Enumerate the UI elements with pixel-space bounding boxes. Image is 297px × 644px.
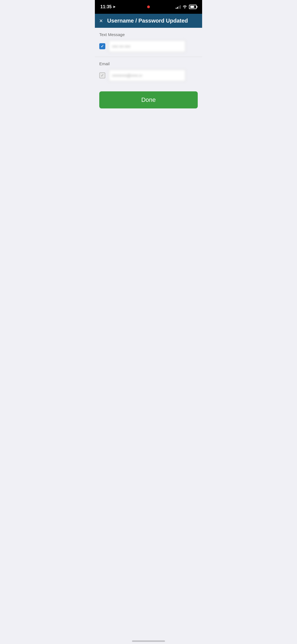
email-checkbox[interactable] [99, 72, 105, 78]
text-message-checkbox-wrapper[interactable] [99, 43, 105, 49]
close-button[interactable]: × [99, 18, 103, 24]
main-content: Text Message Email Done [95, 28, 202, 114]
email-section: Email [95, 57, 202, 86]
battery-icon: 34 [189, 5, 197, 9]
text-message-input[interactable] [109, 40, 186, 52]
status-bar: 11:35 ➤ 34 [95, 0, 202, 14]
signal-bars-icon [176, 5, 181, 9]
text-message-section: Text Message [95, 28, 202, 57]
email-label: Email [95, 57, 202, 68]
location-icon: ➤ [113, 5, 116, 9]
text-message-checkbox[interactable] [99, 43, 105, 49]
status-time: 11:35 ➤ [100, 4, 116, 9]
page-header: × Username / Password Updated [95, 14, 202, 28]
text-message-label: Text Message [95, 28, 202, 39]
email-row [95, 68, 202, 86]
status-icons: 34 [176, 5, 197, 9]
done-button[interactable]: Done [99, 91, 198, 108]
record-indicator [147, 6, 150, 8]
email-input[interactable] [109, 69, 186, 81]
email-checkbox-wrapper[interactable] [99, 72, 105, 78]
text-message-row [95, 39, 202, 57]
dynamic-island [132, 2, 165, 11]
wifi-icon [182, 5, 187, 9]
page-title: Username / Password Updated [107, 18, 188, 24]
